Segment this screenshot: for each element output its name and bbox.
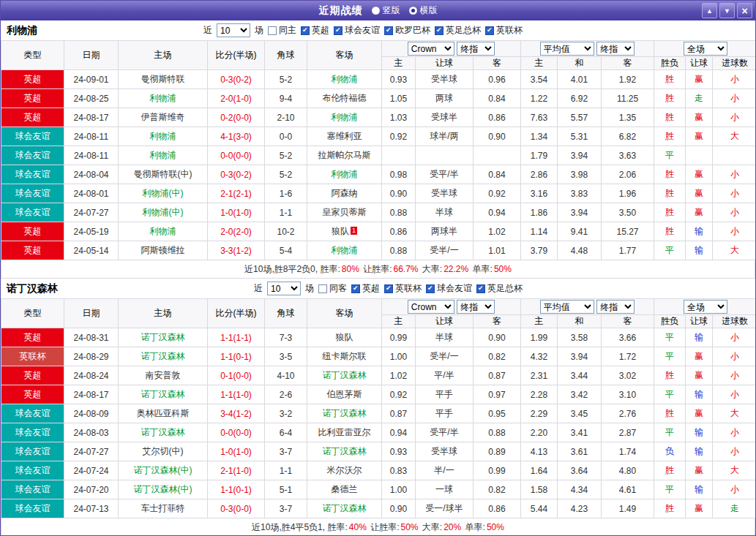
match-date: 24-05-19	[64, 222, 119, 241]
match-row: 英超 24-08-17 伊普斯维奇 0-2(0-0) 2-10 利物浦 1.03…	[1, 108, 756, 127]
corner-score: 5-2	[265, 165, 307, 184]
match-result: 胜	[654, 89, 686, 108]
scope-select[interactable]: 全场	[684, 300, 727, 314]
away-team: 利物浦	[307, 241, 382, 260]
handicap-odds-home: 1.00	[382, 347, 416, 366]
match-score: 1-1(1-0)	[208, 385, 265, 404]
handicap-result: 赢	[686, 203, 713, 222]
handicap-result: 赢	[686, 347, 713, 366]
away-team: 狼队1	[307, 222, 382, 241]
handicap-odds-home: 1.03	[382, 108, 416, 127]
away-team: 比利亚雷亚尔	[307, 423, 382, 442]
match-row: 英超 24-08-31 诺丁汉森林 1-1(1-1) 7-3 狼队 0.99 半…	[1, 328, 756, 347]
handicap-result: 赢	[686, 404, 713, 423]
handicap-line: 半球	[416, 203, 474, 222]
league-filter-label: 欧罗巴杯	[395, 24, 430, 37]
league-filter-checkbox[interactable]: 英足总杯	[435, 24, 481, 37]
match-row: 球会友谊 24-08-01 利物浦(中) 2-1(2-1) 1-6 阿森纳 0.…	[1, 184, 756, 203]
avg-odds-away: 2.76	[602, 404, 654, 423]
match-result: 胜	[654, 203, 686, 222]
match-date: 24-08-31	[64, 328, 119, 347]
avg-odds-away: 6.82	[602, 127, 654, 146]
match-row: 英超 24-08-24 南安普敦 0-1(0-0) 4-10 诺丁汉森林 1.0…	[1, 366, 756, 385]
league-filter-checkbox[interactable]: 英联杯	[485, 24, 523, 37]
scroll-up-button[interactable]: ▲	[702, 3, 717, 18]
league-type-badge: 球会友谊	[1, 127, 64, 146]
avg-odds-away: 11.25	[602, 89, 654, 108]
scope-select[interactable]: 全场	[684, 42, 727, 56]
bookmaker-select[interactable]: Crown	[408, 42, 454, 56]
summary-value: 50%	[400, 522, 418, 532]
handicap-odds-home: 0.88	[382, 203, 416, 222]
vertical-layout-label: 竖版	[383, 4, 400, 17]
layout-radio-horizontal[interactable]: 横版	[409, 4, 438, 17]
corner-score: 7-3	[265, 328, 307, 347]
match-count-select[interactable]: 10	[217, 23, 250, 37]
final-index-select[interactable]: 终指	[457, 42, 495, 56]
col-result: 胜负	[654, 315, 686, 328]
final-index-select-2[interactable]: 终指	[596, 42, 635, 56]
checkbox-checked-icon	[485, 26, 494, 35]
results-table: 类型 日期 主场 比分(半场) 角球 客场 Crown 终指 平均值 终指	[1, 40, 756, 260]
league-type-badge: 球会友谊	[1, 499, 64, 518]
average-odds-select[interactable]: 平均值	[540, 42, 594, 56]
home-team: 利物浦(中)	[119, 203, 208, 222]
col-avg-away: 客	[602, 315, 654, 328]
near-label: 近	[254, 282, 263, 295]
match-date: 24-08-17	[64, 108, 119, 127]
goals-result: 走	[713, 499, 756, 518]
handicap-odds-home: 0.92	[382, 127, 416, 146]
games-label: 场	[305, 282, 314, 295]
league-filter-checkbox[interactable]: 英联杯	[384, 282, 422, 295]
league-type-badge: 球会友谊	[1, 165, 64, 184]
match-count-select[interactable]: 10	[267, 282, 301, 295]
col-avg-away: 客	[602, 57, 654, 70]
handicap-odds-home: 0.99	[382, 328, 416, 347]
match-result: 胜	[654, 108, 686, 127]
league-filter-checkbox[interactable]: 英超	[301, 24, 329, 37]
league-filter-checkbox[interactable]: 欧罗巴杯	[384, 24, 430, 37]
home-team: 诺丁汉森林(中)	[119, 461, 208, 480]
handicap-line: 平手	[416, 385, 474, 404]
same-venue-checkbox[interactable]: 同客	[318, 282, 347, 295]
avg-odds-draw: 3.64	[558, 461, 602, 480]
scroll-down-button[interactable]: ▼	[719, 3, 735, 18]
match-date: 24-05-14	[64, 241, 119, 260]
handicap-odds-away: 0.90	[474, 328, 521, 347]
up-arrow-icon: ▲	[706, 7, 713, 15]
league-filter-checkbox[interactable]: 英足总杯	[476, 282, 523, 295]
handicap-result: 赢	[686, 127, 713, 146]
result-group: 全场	[654, 299, 756, 315]
corner-score: 4-10	[265, 366, 307, 385]
avg-odds-draw: 3.61	[558, 442, 602, 461]
handicap-odds-away: 1.02	[474, 222, 521, 241]
match-row: 英超 24-09-01 曼彻斯特联 0-3(0-2) 5-2 利物浦 0.93 …	[1, 70, 756, 89]
handicap-result: 赢	[686, 366, 713, 385]
handicap-odds-home: 0.83	[382, 461, 416, 480]
match-result: 平	[654, 480, 686, 499]
average-odds-select[interactable]: 平均值	[540, 300, 594, 314]
summary-value: 50%	[487, 522, 504, 532]
final-index-select-2[interactable]: 终指	[596, 300, 635, 314]
layout-radio-vertical[interactable]: 竖版	[372, 4, 400, 17]
avg-odds-draw: 5.31	[558, 127, 602, 146]
match-result: 胜	[654, 461, 686, 480]
league-filter-checkbox[interactable]: 英超	[351, 282, 380, 295]
col-type: 类型	[1, 41, 64, 70]
handicap-odds-away: 0.96	[474, 70, 521, 89]
home-team: 南安普敦	[119, 366, 208, 385]
final-index-select[interactable]: 终指	[457, 300, 495, 314]
bookmaker-select[interactable]: Crown	[408, 300, 454, 314]
league-filter-checkbox[interactable]: 球会友谊	[334, 24, 380, 37]
handicap-result: 输	[686, 241, 713, 260]
handicap-result: 赢	[686, 461, 713, 480]
window-buttons: ▲ ▼ ×	[702, 3, 752, 18]
match-row: 球会友谊 24-08-04 曼彻斯特联(中) 0-3(0-2) 5-2 利物浦 …	[1, 165, 756, 184]
goals-result: 小	[713, 328, 756, 347]
close-button[interactable]: ×	[737, 3, 752, 18]
handicap-line: 受半球	[416, 442, 474, 461]
league-filter-checkbox[interactable]: 球会友谊	[426, 282, 472, 295]
col-odds-home: 主	[382, 57, 416, 70]
same-venue-checkbox[interactable]: 同主	[268, 24, 296, 37]
handicap-odds-home: 0.87	[382, 404, 416, 423]
